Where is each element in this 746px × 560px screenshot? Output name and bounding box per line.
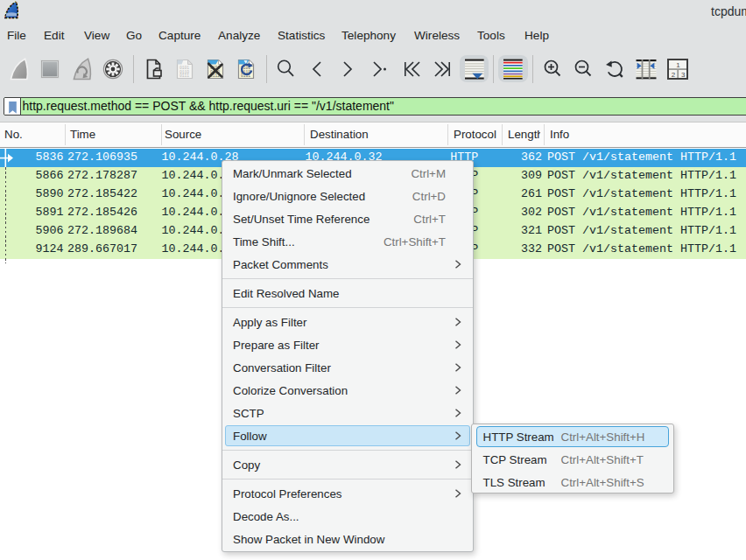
svg-text:1: 1 — [676, 61, 680, 69]
svg-text:3: 3 — [681, 71, 686, 79]
svg-text:2: 2 — [672, 71, 676, 79]
svg-text:0111: 0111 — [179, 74, 189, 78]
